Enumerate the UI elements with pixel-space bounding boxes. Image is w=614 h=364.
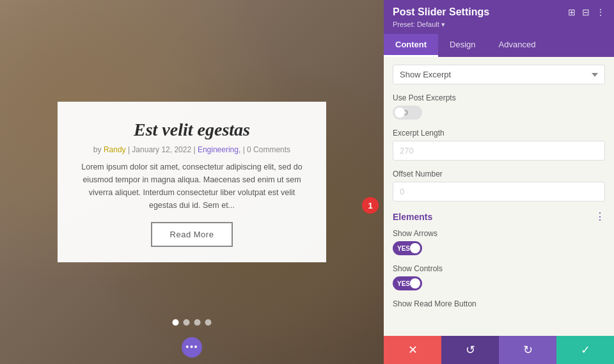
excerpt-select-group: Show Excerpt Hide Excerpt — [393, 65, 605, 84]
meta-category: Engineering, — [198, 145, 240, 154]
elements-title: Elements — [393, 212, 432, 222]
badge-1: 1 — [362, 197, 379, 214]
show-arrows-label: Show Arrows — [393, 229, 605, 238]
toggle-knob — [395, 107, 405, 118]
slide-title: Est velit egestas — [81, 120, 303, 140]
meta-sep2: | — [191, 145, 198, 154]
panel-icons: ⊞ ⊟ ⋮ — [568, 7, 605, 18]
show-read-more-label: Show Read More Button — [393, 299, 605, 308]
panel-tabs: Content Design Advanced — [384, 34, 614, 57]
redo-icon: ↻ — [523, 343, 533, 357]
cancel-icon: ✕ — [408, 343, 418, 357]
offset-number-input[interactable] — [393, 182, 605, 202]
meta-sep1: | — [126, 145, 132, 154]
toggle-yes-label-arrows: YES — [397, 245, 410, 252]
dot-3[interactable] — [194, 319, 201, 326]
collapse-icon[interactable]: ⊟ — [582, 7, 590, 18]
bottom-options-button[interactable]: ••• — [182, 337, 202, 358]
dot-4[interactable] — [205, 319, 212, 326]
meta-author: Randy — [104, 145, 126, 154]
options-btn[interactable]: ••• — [182, 337, 202, 358]
undo-button[interactable]: ↺ — [441, 336, 499, 364]
meta-prefix: by — [93, 145, 104, 154]
excerpt-length-group: Excerpt Length — [393, 129, 605, 161]
confirm-icon: ✓ — [581, 343, 590, 357]
panel-title: Post Slider Settings — [393, 6, 489, 18]
settings-panel: Post Slider Settings ⊞ ⊟ ⋮ Preset: Defau… — [384, 0, 614, 364]
slide-area: Est velit egestas by Randy | January 12,… — [0, 0, 384, 364]
excerpt-length-label: Excerpt Length — [393, 129, 605, 138]
confirm-button[interactable]: ✓ — [556, 336, 614, 364]
panel-header: Post Slider Settings ⊞ ⊟ ⋮ Preset: Defau… — [384, 0, 614, 34]
cancel-button[interactable]: ✕ — [384, 336, 441, 364]
toggle-knob-controls — [410, 278, 420, 289]
use-post-excerpts-toggle-row: NO — [393, 106, 605, 120]
expand-icon[interactable]: ⊞ — [568, 7, 576, 18]
tab-advanced[interactable]: Advanced — [487, 34, 547, 57]
meta-comments: 0 Comments — [247, 145, 290, 154]
elements-section-header: Elements ⋮ — [393, 210, 605, 223]
slide-excerpt: Lorem ipsum dolor sit amet, consectetur … — [81, 161, 303, 212]
redo-button[interactable]: ↻ — [499, 336, 556, 364]
slide-dots — [173, 319, 212, 326]
show-arrows-toggle[interactable]: YES — [393, 241, 422, 255]
use-post-excerpts-label: Use Post Excerpts — [393, 93, 605, 102]
use-post-excerpts-group: Use Post Excerpts NO — [393, 93, 605, 120]
slide-meta: by Randy | January 12, 2022 | Engineerin… — [81, 145, 303, 154]
more-options-icon[interactable]: ⋮ — [596, 7, 605, 18]
toggle-yes-label-controls: YES — [397, 280, 410, 287]
slide-image: Est velit egestas by Randy | January 12,… — [0, 0, 384, 364]
show-read-more-group: Show Read More Button — [393, 299, 605, 308]
meta-sep3: | — [240, 145, 247, 154]
toggle-knob-arrows — [410, 243, 420, 253]
show-arrows-group: Show Arrows YES — [393, 229, 605, 255]
show-controls-group: Show Controls YES — [393, 264, 605, 290]
panel-content: Show Excerpt Hide Excerpt Use Post Excer… — [384, 57, 614, 336]
elements-menu-icon[interactable]: ⋮ — [595, 210, 605, 223]
tab-design[interactable]: Design — [438, 34, 487, 57]
dot-1[interactable] — [173, 319, 179, 326]
slide-content-box: Est velit egestas by Randy | January 12,… — [58, 102, 326, 262]
show-controls-label: Show Controls — [393, 264, 605, 273]
show-controls-toggle[interactable]: YES — [393, 276, 422, 290]
excerpt-length-input[interactable] — [393, 141, 605, 161]
meta-date: January 12, 2022 — [132, 145, 191, 154]
panel-footer: ✕ ↺ ↻ ✓ — [384, 336, 614, 364]
undo-icon: ↺ — [466, 343, 475, 357]
dot-2[interactable] — [184, 319, 190, 326]
use-post-excerpts-toggle[interactable]: NO — [393, 106, 422, 120]
tab-content[interactable]: Content — [384, 34, 438, 57]
read-more-button[interactable]: Read More — [151, 222, 233, 247]
excerpt-select[interactable]: Show Excerpt Hide Excerpt — [393, 65, 605, 84]
options-icon: ••• — [185, 342, 198, 353]
panel-title-row: Post Slider Settings ⊞ ⊟ ⋮ — [393, 6, 605, 18]
offset-number-group: Offset Number — [393, 170, 605, 202]
offset-number-label: Offset Number — [393, 170, 605, 178]
preset-label[interactable]: Preset: Default — [393, 20, 605, 29]
